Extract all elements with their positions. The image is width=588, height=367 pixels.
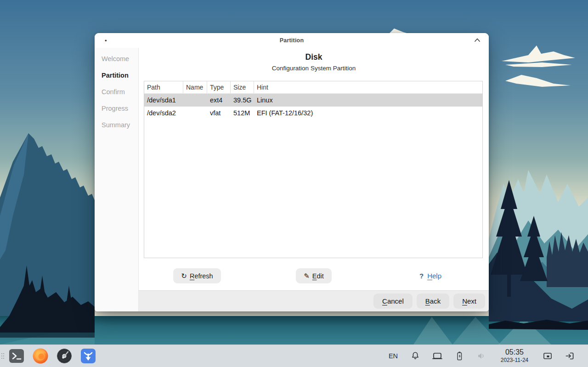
time-label: 05:35: [492, 348, 537, 357]
desktop: • Partition Welcome Partition Confirm Pr…: [0, 0, 588, 367]
column-header-size[interactable]: Size: [231, 81, 254, 93]
window-title: Partition: [280, 37, 304, 44]
cell-type: vfat: [207, 109, 231, 117]
next-button[interactable]: Next: [453, 294, 485, 309]
sidebar-item-summary[interactable]: Summary: [95, 117, 138, 133]
firefox-icon[interactable]: [32, 347, 49, 365]
sidebar-item-progress[interactable]: Progress: [95, 100, 138, 117]
taskbar-launchers: [8, 347, 97, 365]
page-title: Disk: [139, 52, 489, 62]
taskbar: EN: [0, 344, 588, 367]
clock[interactable]: 05:35 2023-11-24: [492, 348, 537, 363]
question-icon: ?: [419, 272, 424, 280]
collapse-icon[interactable]: [474, 37, 481, 43]
column-header-path[interactable]: Path: [144, 81, 183, 93]
refresh-icon: ↻: [181, 272, 187, 280]
logout-icon[interactable]: [559, 351, 581, 361]
help-link[interactable]: ? Help: [419, 272, 441, 280]
disk-utility-icon[interactable]: [56, 347, 73, 365]
refresh-button[interactable]: ↻ Refresh: [173, 268, 220, 283]
steps-sidebar: Welcome Partition Confirm Progress Summa…: [95, 48, 139, 311]
sidebar-item-partition[interactable]: Partition: [95, 67, 138, 84]
table-empty-area: [144, 119, 482, 258]
language-indicator[interactable]: EN: [382, 352, 404, 360]
sidebar-item-welcome[interactable]: Welcome: [95, 51, 138, 67]
column-header-name[interactable]: Name: [183, 81, 207, 93]
battery-icon[interactable]: [448, 350, 470, 361]
installer-icon[interactable]: [79, 347, 97, 365]
cell-hint: EFI (FAT-12/16/32): [254, 109, 482, 117]
terminal-icon[interactable]: [8, 347, 25, 365]
table-actions: ↻ Refresh ✎ Edit ?: [139, 268, 489, 283]
cell-path: /dev/sda1: [144, 96, 183, 104]
cell-path: /dev/sda2: [144, 109, 183, 117]
installer-window: • Partition Welcome Partition Confirm Pr…: [95, 33, 489, 311]
table-header: Path Name Type Size Hint: [144, 81, 482, 94]
table-row[interactable]: /dev/sda2 vfat 512M EFI (FAT-12/16/32): [144, 107, 482, 119]
column-header-hint[interactable]: Hint: [254, 81, 482, 93]
cancel-button[interactable]: Cancel: [373, 294, 413, 309]
sidebar-item-confirm[interactable]: Confirm: [95, 84, 138, 100]
window-menu-dot[interactable]: •: [105, 37, 107, 44]
cell-type: ext4: [207, 96, 231, 104]
cell-size: 39.5G: [231, 96, 254, 104]
cell-hint: Linux: [254, 96, 482, 104]
partition-page: Disk Configuration System Partition Path…: [139, 48, 489, 290]
cell-size: 512M: [231, 109, 254, 117]
edit-button[interactable]: ✎ Edit: [296, 268, 332, 283]
dialog-footer: Cancel Back Next: [139, 290, 489, 311]
notifications-icon[interactable]: [404, 351, 426, 361]
dialog-body: Welcome Partition Confirm Progress Summa…: [95, 48, 489, 311]
taskbar-grip-handle[interactable]: [1, 353, 4, 359]
partition-table: Path Name Type Size Hint /dev/sda1 ext4 …: [144, 81, 483, 258]
display-icon[interactable]: [426, 351, 448, 361]
taskbar-tray: EN: [382, 348, 581, 363]
column-header-type[interactable]: Type: [207, 81, 231, 93]
page-subtitle: Configuration System Partition: [139, 65, 489, 72]
screenshot-window-icon[interactable]: [537, 351, 559, 361]
window-titlebar: • Partition: [95, 33, 489, 48]
date-label: 2023-11-24: [492, 357, 537, 363]
table-row[interactable]: /dev/sda1 ext4 39.5G Linux: [144, 94, 482, 107]
content-column: Disk Configuration System Partition Path…: [139, 48, 489, 311]
back-button[interactable]: Back: [417, 294, 449, 309]
volume-muted-icon[interactable]: [470, 351, 492, 361]
edit-icon: ✎: [304, 272, 310, 280]
